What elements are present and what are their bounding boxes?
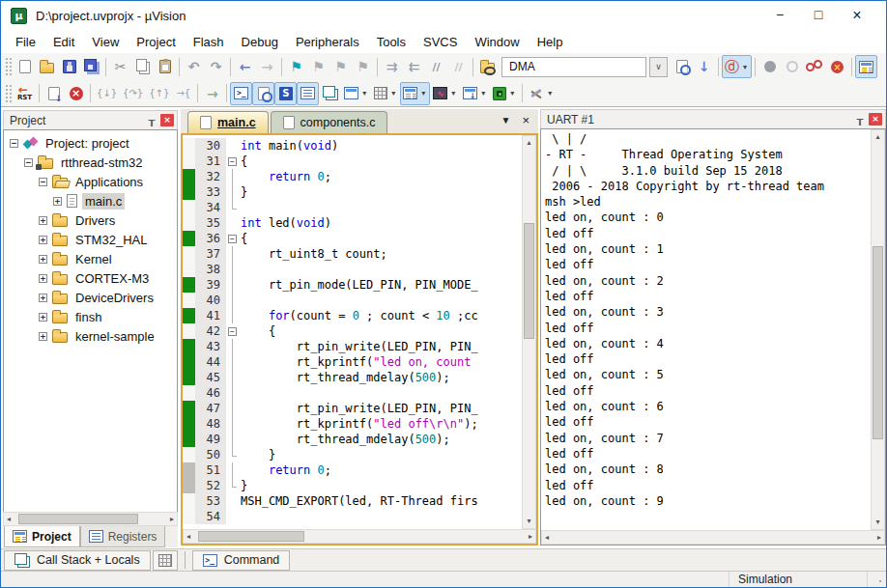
memory-window-toggle-dropdown-icon[interactable]: ▾ xyxy=(389,89,397,98)
editor-vscrollbar[interactable]: ▴ ▾ xyxy=(522,135,536,529)
serial-window-toggle-dropdown-icon[interactable]: ▾ xyxy=(419,89,427,98)
scroll-thumb[interactable] xyxy=(18,514,138,524)
start-stop-debug-session-dropdown-icon[interactable]: ▾ xyxy=(741,63,749,71)
expand-icon[interactable]: + xyxy=(39,313,47,322)
maximize-button[interactable]: □ xyxy=(799,7,838,24)
tree-item-stm32-hal[interactable]: +STM32_HAL xyxy=(4,230,177,249)
menu-flash[interactable]: Flash xyxy=(185,32,233,52)
scroll-thumb[interactable] xyxy=(873,246,883,439)
uncomment-selection-button[interactable]: // xyxy=(447,55,470,78)
toolbox-toggle-button[interactable]: ▾ xyxy=(490,82,519,105)
registers-window-toggle-button[interactable] xyxy=(297,82,319,105)
uart-hscrollbar[interactable]: ◂ ▸ xyxy=(541,530,885,545)
configure-tools-dropdown-icon[interactable]: ▾ xyxy=(546,89,554,98)
tree-item-devicedrivers[interactable]: +DeviceDrivers xyxy=(4,288,177,307)
expand-icon[interactable]: + xyxy=(39,332,47,341)
close-button[interactable]: × xyxy=(838,7,876,24)
tab-registers[interactable]: Registers xyxy=(80,526,166,547)
redo-button[interactable]: ↷ xyxy=(205,55,227,78)
resize-grip[interactable] xyxy=(868,572,886,587)
scroll-right-icon[interactable]: ▸ xyxy=(529,533,532,541)
editor-hscrollbar[interactable]: ◂ ▸ xyxy=(183,529,536,544)
tab-project[interactable]: Project xyxy=(4,526,80,547)
search-target-combo[interactable]: DMA xyxy=(501,57,646,77)
open-file-button[interactable] xyxy=(36,55,58,78)
scroll-right-icon[interactable]: ▸ xyxy=(170,516,174,523)
menu-debug[interactable]: Debug xyxy=(233,32,287,52)
logic-analyzer-toggle-dropdown-icon[interactable]: ▾ xyxy=(449,89,457,98)
expand-icon[interactable]: + xyxy=(39,216,47,225)
clear-all-bookmarks-button[interactable]: ⚑ xyxy=(352,55,374,78)
minimize-button[interactable]: − xyxy=(760,7,799,24)
menu-file[interactable]: File xyxy=(7,32,44,52)
save-all-button[interactable] xyxy=(80,55,102,78)
insert-bookmark-button[interactable]: ⚑ xyxy=(285,55,307,78)
save-button[interactable] xyxy=(58,55,80,78)
scroll-thumb[interactable] xyxy=(524,223,534,339)
uart-vscrollbar[interactable]: ▴ ▾ xyxy=(871,129,885,530)
scroll-left-icon[interactable]: ◂ xyxy=(545,534,549,542)
expand-icon[interactable]: + xyxy=(39,274,47,283)
tree-item-project-project[interactable]: −Project: project xyxy=(4,133,177,153)
toolbar-grip[interactable] xyxy=(5,84,12,103)
fold-collapse-icon[interactable]: − xyxy=(226,231,239,246)
scroll-right-icon[interactable]: ▸ xyxy=(877,534,881,542)
navigate-back-button[interactable]: ← xyxy=(234,55,256,78)
collapse-icon[interactable]: − xyxy=(24,158,33,167)
show-next-statement-button[interactable] xyxy=(43,82,65,105)
run-to-line-button[interactable]: →{ xyxy=(172,82,194,105)
menu-window[interactable]: Window xyxy=(466,32,528,52)
cut-button[interactable]: ✂ xyxy=(109,55,131,78)
scroll-left-icon[interactable]: ◂ xyxy=(7,516,11,523)
scroll-down-icon[interactable]: ▾ xyxy=(872,518,884,526)
collapse-icon[interactable]: − xyxy=(39,178,47,186)
editor-tab-main-c[interactable]: main.c xyxy=(187,111,269,133)
expand-icon[interactable]: + xyxy=(39,255,47,264)
menu-edit[interactable]: Edit xyxy=(44,32,83,52)
copy-button[interactable] xyxy=(131,55,154,78)
menu-peripherals[interactable]: Peripherals xyxy=(287,32,368,52)
system-viewer-toggle-button[interactable]: ▾ xyxy=(460,82,490,105)
kill-all-breakpoints-button[interactable] xyxy=(826,55,848,78)
insert-remove-breakpoint-button[interactable] xyxy=(758,55,781,78)
watch-window-toggle-dropdown-icon[interactable]: ▾ xyxy=(360,89,368,98)
goto-prev-bookmark-button[interactable]: ⚑ xyxy=(329,55,352,78)
tree-item-kernel-sample[interactable]: +kernel-sample xyxy=(4,326,177,346)
keyboard-window-button[interactable] xyxy=(153,550,178,571)
logic-analyzer-toggle-button[interactable]: ∿▾ xyxy=(430,82,460,105)
uart-output[interactable]: \ | /- RT - Thread Operating System / | … xyxy=(541,129,871,530)
expand-icon[interactable]: + xyxy=(53,197,62,206)
disassembly-window-toggle-button[interactable] xyxy=(252,82,274,105)
scroll-up-icon[interactable]: ▴ xyxy=(872,133,884,141)
expand-icon[interactable]: + xyxy=(39,294,47,302)
disable-all-breakpoints-button[interactable] xyxy=(803,55,826,78)
menu-svcs[interactable]: SVCS xyxy=(415,32,466,52)
call-stack-window-toggle-button[interactable] xyxy=(319,82,341,105)
step-over-button[interactable]: {↷} xyxy=(120,82,146,105)
find-in-files-dialog-button[interactable] xyxy=(671,55,693,78)
tree-item-kernel[interactable]: +Kernel xyxy=(4,249,177,268)
search-target-combo-dropdown-icon[interactable]: ∨ xyxy=(649,57,668,77)
stop-debug-button[interactable] xyxy=(65,82,87,105)
paste-button[interactable] xyxy=(154,55,176,78)
memory-window-toggle-button[interactable]: ▾ xyxy=(371,82,400,105)
fold-collapse-icon[interactable]: − xyxy=(226,154,239,169)
undo-button[interactable]: ↶ xyxy=(183,55,205,78)
close-document-icon[interactable]: × xyxy=(522,113,529,127)
tree-item-cortex-m3[interactable]: +CORTEX-M3 xyxy=(4,268,177,288)
code-editor[interactable]: 30int main(void)31−{32 return 0;33}3435i… xyxy=(183,135,522,529)
find-in-files-button[interactable] xyxy=(476,55,499,78)
goto-next-bookmark-button[interactable]: ⚑ xyxy=(307,55,329,78)
step-into-button[interactable]: {↓} xyxy=(94,82,120,105)
tree-item-rtthread-stm32[interactable]: −rtthread-stm32 xyxy=(4,153,177,172)
project-hscrollbar[interactable]: ◂ ▸ xyxy=(3,512,178,526)
step-out-button[interactable]: {↑} xyxy=(146,82,172,105)
incremental-find-button[interactable]: ↓ xyxy=(693,55,715,78)
pin-icon[interactable]: ┰ xyxy=(145,114,158,126)
navigate-forward-button[interactable]: → xyxy=(256,55,278,78)
symbol-window-toggle-button[interactable]: S xyxy=(274,82,297,105)
command-window-toggle-button[interactable]: >_ xyxy=(230,82,252,105)
close-panel-icon[interactable]: × xyxy=(869,113,882,126)
comment-selection-button[interactable]: // xyxy=(425,55,447,78)
enable-disable-breakpoint-button[interactable] xyxy=(781,55,803,78)
